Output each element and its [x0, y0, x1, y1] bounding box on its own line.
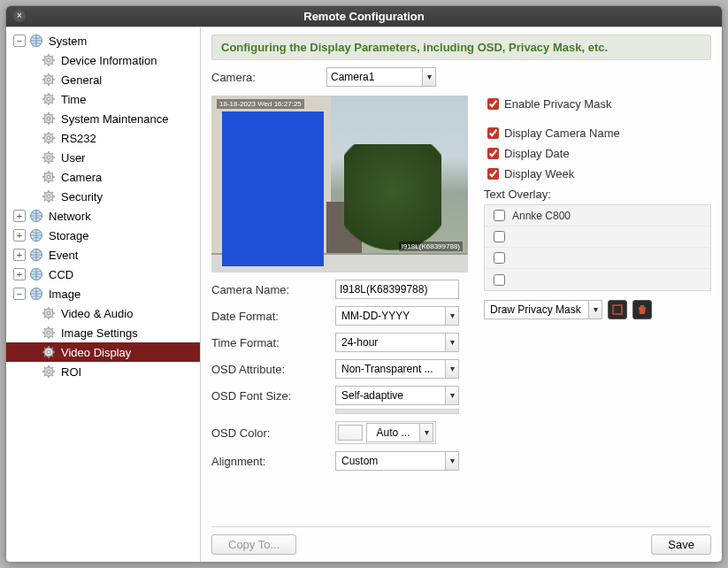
- svg-line-39: [44, 122, 45, 123]
- expand-icon[interactable]: +: [13, 268, 26, 280]
- gear-icon: [42, 306, 56, 320]
- enable-privacy-mask-label: Enable Privacy Mask: [504, 97, 611, 111]
- sidebar-item-event[interactable]: +Event: [6, 245, 200, 265]
- osd-color-control: ▾: [335, 421, 436, 444]
- window-body: −SystemDevice InformationGeneralTimeSyst…: [6, 27, 722, 562]
- collapse-icon[interactable]: −: [13, 35, 26, 47]
- osd-attribute-value[interactable]: [335, 359, 445, 379]
- sidebar-item-general[interactable]: General: [6, 70, 200, 89]
- sidebar-item-ccd[interactable]: +CCD: [6, 265, 200, 284]
- display-date-checkbox[interactable]: [487, 148, 499, 159]
- draw-mask-select[interactable]: ▾: [484, 300, 602, 319]
- svg-point-32: [47, 117, 50, 120]
- enable-privacy-mask-check[interactable]: Enable Privacy Mask: [484, 96, 711, 112]
- sidebar-item-system-maintenance[interactable]: System Maintenance: [6, 109, 200, 128]
- sidebar-item-network[interactable]: +Network: [6, 206, 200, 226]
- camera-select[interactable]: ▾: [326, 67, 436, 87]
- chevron-down-icon[interactable]: ▾: [419, 423, 433, 442]
- gear-icon: [42, 92, 56, 106]
- display-camera-name-check[interactable]: Display Camera Name: [484, 125, 711, 142]
- osd-timestamp[interactable]: 18-18-2023 Wed 16:27:25: [217, 99, 304, 109]
- expand-icon[interactable]: +: [13, 229, 26, 242]
- camera-name-input[interactable]: [335, 280, 459, 299]
- sidebar-item-video-display[interactable]: Video Display: [6, 342, 200, 362]
- svg-line-80: [52, 192, 53, 193]
- delete-mask-button[interactable]: [632, 300, 652, 319]
- osd-font-size-select[interactable]: ▾: [335, 386, 459, 405]
- sidebar-item-label: Image: [49, 288, 80, 301]
- copy-to-button[interactable]: Copy To...: [211, 534, 296, 555]
- text-overlay-list: Annke C800: [484, 204, 711, 291]
- window-title: Remote Configuration: [303, 10, 425, 23]
- sidebar-item-label: System Maintenance: [61, 112, 168, 126]
- sidebar-item-rs232[interactable]: RS232: [6, 128, 200, 148]
- svg-line-37: [44, 114, 45, 115]
- draw-mask-button[interactable]: [608, 300, 627, 319]
- display-week-check[interactable]: Display Week: [484, 165, 711, 182]
- date-format-select[interactable]: ▾: [335, 306, 459, 326]
- svg-line-28: [52, 103, 53, 104]
- close-icon[interactable]: ×: [13, 10, 26, 22]
- text-overlay-checkbox[interactable]: [494, 274, 505, 286]
- svg-line-77: [44, 192, 45, 193]
- display-camera-name-checkbox[interactable]: [487, 127, 499, 139]
- text-overlay-row[interactable]: Annke C800: [485, 205, 710, 226]
- display-week-checkbox[interactable]: [487, 168, 499, 180]
- draw-mask-value[interactable]: [484, 300, 588, 319]
- sidebar-item-roi[interactable]: ROI: [6, 362, 200, 381]
- svg-point-22: [47, 97, 50, 101]
- camera-select-value[interactable]: [326, 67, 422, 87]
- osd-camera-name[interactable]: I918L(K68399788): [399, 242, 463, 251]
- expand-icon[interactable]: +: [13, 249, 26, 261]
- display-date-label: Display Date: [504, 147, 570, 160]
- chevron-down-icon[interactable]: ▾: [422, 67, 436, 87]
- osd-font-size-value[interactable]: [335, 386, 445, 405]
- text-overlay-label: Text Overlay:: [484, 188, 711, 201]
- sidebar-item-storage[interactable]: +Storage: [6, 226, 200, 245]
- sidebar-item-user[interactable]: User: [6, 148, 200, 167]
- left-column: 18-18-2023 Wed 16:27:25 I918L(K68399788)…: [211, 96, 468, 471]
- sidebar-item-security[interactable]: Security: [6, 187, 200, 206]
- svg-line-58: [52, 161, 53, 162]
- sidebar-item-camera[interactable]: Camera: [6, 167, 200, 187]
- enable-privacy-mask-checkbox[interactable]: [487, 98, 499, 110]
- svg-line-19: [44, 83, 45, 84]
- save-button[interactable]: Save: [651, 534, 711, 555]
- text-overlay-row[interactable]: [485, 248, 710, 269]
- chevron-down-icon[interactable]: ▾: [445, 386, 459, 405]
- right-column: Enable Privacy Mask Display Camera Name …: [484, 96, 711, 471]
- chevron-down-icon[interactable]: ▾: [445, 306, 459, 326]
- chevron-down-icon[interactable]: ▾: [588, 300, 602, 319]
- chevron-down-icon[interactable]: ▾: [445, 359, 459, 379]
- sidebar-item-system[interactable]: −System: [6, 31, 200, 50]
- sidebar-item-video-audio[interactable]: Video & Audio: [6, 303, 200, 323]
- chevron-down-icon[interactable]: ▾: [445, 333, 459, 352]
- display-date-check[interactable]: Display Date: [484, 145, 711, 162]
- alignment-value[interactable]: [335, 451, 445, 471]
- color-swatch[interactable]: [338, 425, 363, 441]
- date-format-value[interactable]: [335, 306, 445, 326]
- alignment-select[interactable]: ▾: [335, 451, 459, 471]
- text-overlay-checkbox[interactable]: [494, 210, 505, 221]
- svg-point-107: [47, 350, 50, 354]
- time-format-value[interactable]: [335, 333, 445, 352]
- time-format-select[interactable]: ▾: [335, 333, 459, 352]
- collapse-icon[interactable]: −: [13, 288, 26, 300]
- sidebar-item-time[interactable]: Time: [6, 89, 200, 109]
- sidebar-item-device-information[interactable]: Device Information: [6, 50, 200, 70]
- video-preview[interactable]: 18-18-2023 Wed 16:27:25 I918L(K68399788): [211, 96, 468, 272]
- expand-icon[interactable]: +: [13, 210, 26, 222]
- text-overlay-checkbox[interactable]: [494, 231, 505, 242]
- osd-color-value[interactable]: [366, 423, 419, 442]
- privacy-mask-region[interactable]: [222, 111, 324, 266]
- osd-color-select[interactable]: ▾: [366, 423, 433, 442]
- sidebar-item-image-settings[interactable]: Image Settings: [6, 323, 200, 342]
- osd-attribute-select[interactable]: ▾: [335, 359, 459, 379]
- sidebar-item-image[interactable]: −Image: [6, 284, 200, 303]
- text-overlay-checkbox[interactable]: [494, 252, 505, 264]
- chevron-down-icon[interactable]: ▾: [445, 451, 459, 471]
- osd-attribute-label: OSD Attribute:: [211, 363, 335, 376]
- text-overlay-row[interactable]: [485, 269, 710, 290]
- sidebar-item-label: ROI: [61, 365, 81, 379]
- text-overlay-row[interactable]: [485, 226, 710, 248]
